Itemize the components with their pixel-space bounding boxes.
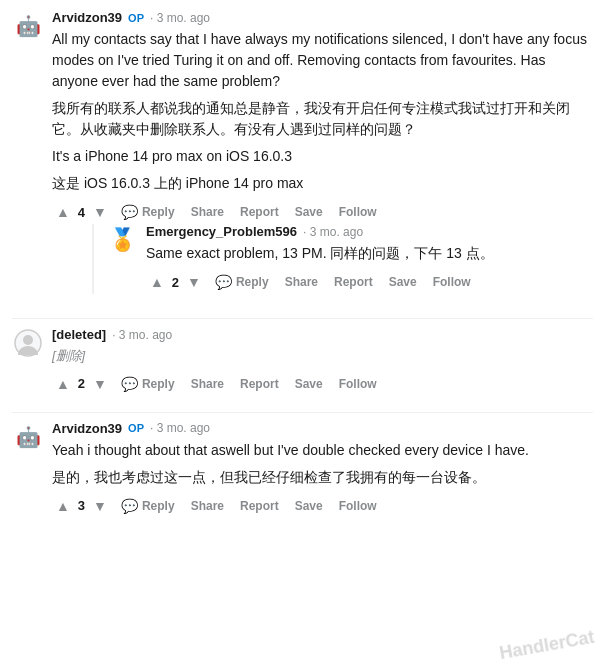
upvote-btn-1[interactable]: ▲ [52,202,74,222]
comment-header-1r1: Emergency_Problem596 · 3 mo. ago [146,224,593,239]
vote-count-1r1: 2 [170,275,181,290]
comment-username-1: Arvidzon39 [52,10,122,25]
share-btn-2[interactable]: Share [185,373,230,395]
comment-header-2: [deleted] · 3 mo. ago [52,327,593,342]
comment-header-1: Arvidzon39 OP · 3 mo. ago [52,10,593,25]
follow-btn-2[interactable]: Follow [333,373,383,395]
comment-username-3: Arvidzon39 [52,421,122,436]
svg-point-1 [23,335,33,345]
save-btn-1r1[interactable]: Save [383,271,423,293]
follow-btn-3[interactable]: Follow [333,495,383,517]
downvote-btn-2[interactable]: ▼ [89,374,111,394]
save-btn-3[interactable]: Save [289,495,329,517]
comment-1r1: 🏅 Emergency_Problem596 · 3 mo. ago Same … [106,224,593,294]
reply-btn-3[interactable]: 💬 Reply [115,494,181,518]
op-badge-3: OP [128,422,144,434]
comment-text-2: [删除] [52,346,593,366]
comment-body-2: [deleted] · 3 mo. ago [删除] ▲ 2 ▼ 💬 Reply… [52,327,593,396]
comment-time-1: · 3 mo. ago [150,11,210,25]
comment-actions-1r1: ▲ 2 ▼ 💬 Reply Share Report Save Fo [146,270,593,294]
share-btn-1[interactable]: Share [185,201,230,223]
vote-count-3: 3 [76,498,87,513]
vote-controls-1: ▲ 4 ▼ [52,202,111,222]
vote-controls-3: ▲ 3 ▼ [52,496,111,516]
comment-actions-1: ▲ 4 ▼ 💬 Reply Share Report Save Follow [52,200,593,224]
comment-header-3: Arvidzon39 OP · 3 mo. ago [52,421,593,436]
comment-time-1r1: · 3 mo. ago [303,225,363,239]
upvote-btn-1r1[interactable]: ▲ [146,272,168,292]
downvote-btn-1r1[interactable]: ▼ [183,272,205,292]
downvote-btn-3[interactable]: ▼ [89,496,111,516]
reply-icon-3: 💬 [121,498,138,514]
comment-actions-2: ▲ 2 ▼ 💬 Reply Share Report Save Follow [52,372,593,396]
nested-comments-1: 🏅 Emergency_Problem596 · 3 mo. ago Same … [92,224,593,294]
vote-controls-2: ▲ 2 ▼ [52,374,111,394]
reply-icon-1: 💬 [121,204,138,220]
follow-btn-1r1[interactable]: Follow [427,271,477,293]
comment-body-1r1: Emergency_Problem596 · 3 mo. ago Same ex… [146,224,593,294]
reply-btn-2[interactable]: 💬 Reply [115,372,181,396]
comment-3: 🤖 Arvidzon39 OP · 3 mo. ago Yeah i thoug… [12,421,593,518]
share-btn-1r1[interactable]: Share [279,271,324,293]
vote-count-1: 4 [76,205,87,220]
reply-btn-1[interactable]: 💬 Reply [115,200,181,224]
reply-icon-2: 💬 [121,376,138,392]
save-btn-1[interactable]: Save [289,201,329,223]
divider-1 [12,318,593,319]
downvote-btn-1[interactable]: ▼ [89,202,111,222]
report-btn-3[interactable]: Report [234,495,285,517]
comment-thread: 🤖 Arvidzon39 OP · 3 mo. ago All my conta… [0,0,605,544]
comment-text-1r1: Same exact problem, 13 PM. 同样的问题，下午 13 点… [146,243,593,264]
comment-username-2: [deleted] [52,327,106,342]
comment-body-3: Arvidzon39 OP · 3 mo. ago Yeah i thought… [52,421,593,518]
save-btn-2[interactable]: Save [289,373,329,395]
op-badge-1: OP [128,12,144,24]
upvote-btn-3[interactable]: ▲ [52,496,74,516]
avatar-arvidzon39: 🤖 [12,10,44,42]
divider-2 [12,412,593,413]
comment-text-1: All my contacts say that I have always m… [52,29,593,194]
avatar-deleted [12,327,44,359]
upvote-btn-2[interactable]: ▲ [52,374,74,394]
report-btn-1[interactable]: Report [234,201,285,223]
vote-count-2: 2 [76,376,87,391]
follow-btn-1[interactable]: Follow [333,201,383,223]
share-btn-3[interactable]: Share [185,495,230,517]
comment-username-1r1: Emergency_Problem596 [146,224,297,239]
comment-1: 🤖 Arvidzon39 OP · 3 mo. ago All my conta… [12,10,593,302]
vote-controls-1r1: ▲ 2 ▼ [146,272,205,292]
avatar-arvidzon39-2: 🤖 [12,421,44,453]
avatar-emergency: 🏅 [106,224,138,256]
comment-body-1: Arvidzon39 OP · 3 mo. ago All my contact… [52,10,593,302]
reply-btn-1r1[interactable]: 💬 Reply [209,270,275,294]
reply-icon-1r1: 💬 [215,274,232,290]
comment-time-2: · 3 mo. ago [112,328,172,342]
report-btn-1r1[interactable]: Report [328,271,379,293]
comment-actions-3: ▲ 3 ▼ 💬 Reply Share Report Save Follow [52,494,593,518]
comment-text-3: Yeah i thought about that aswell but I'v… [52,440,593,488]
comment-2: [deleted] · 3 mo. ago [删除] ▲ 2 ▼ 💬 Reply… [12,327,593,396]
report-btn-2[interactable]: Report [234,373,285,395]
comment-time-3: · 3 mo. ago [150,421,210,435]
